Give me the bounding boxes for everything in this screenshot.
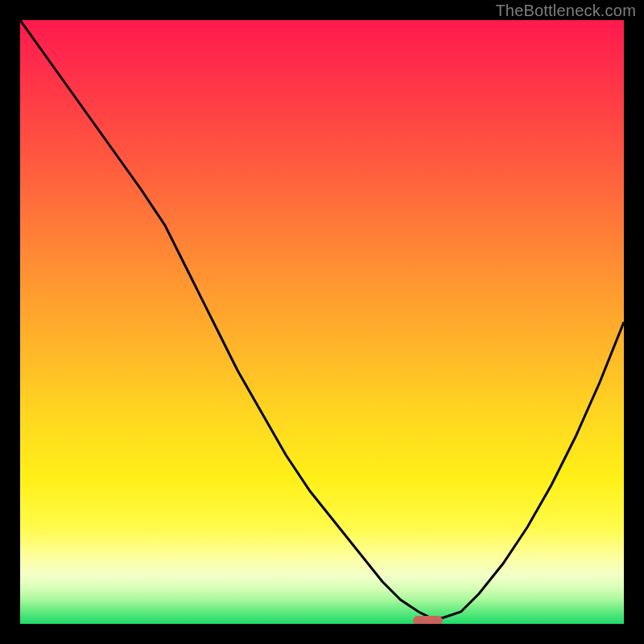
watermark-text: TheBottleneck.com — [495, 2, 636, 20]
curve-svg — [20, 20, 624, 624]
plot-area — [20, 20, 624, 624]
bottleneck-curve — [20, 20, 624, 618]
optimal-zone-marker — [413, 616, 444, 624]
chart-frame: TheBottleneck.com — [0, 0, 644, 644]
